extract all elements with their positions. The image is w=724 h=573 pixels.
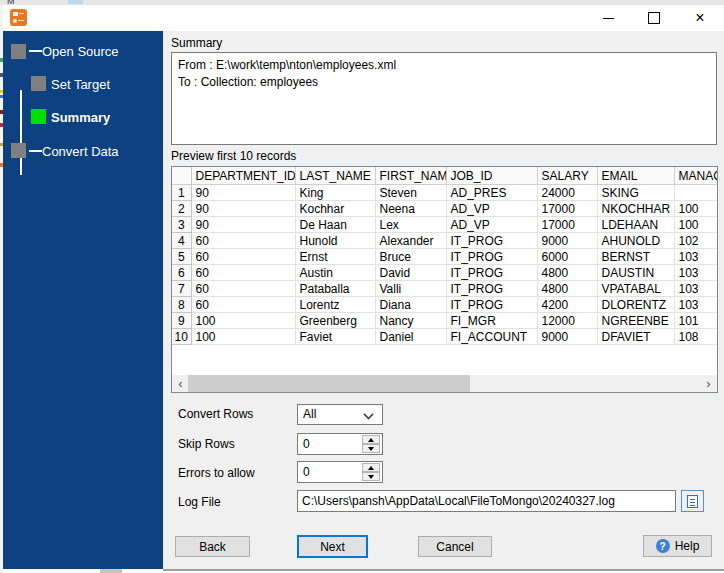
arrow-up-icon: [368, 466, 374, 470]
table-cell: 12000: [537, 313, 597, 329]
table-row[interactable]: 390De HaanLexAD_VP17000LDEHAAN100: [172, 217, 717, 233]
errors-to-allow-stepper[interactable]: 0: [297, 461, 383, 483]
row-number-cell: 4: [172, 233, 191, 249]
sidebar-item-summary[interactable]: Summary: [51, 110, 110, 125]
table-row[interactable]: 860LorentzDianaIT_PROG4200DLORENTZ103: [172, 297, 717, 313]
spin-down-button[interactable]: [362, 472, 380, 481]
preview-table-container: DEPARTMENT_ID LAST_NAME FIRST_NAME JOB_I…: [171, 166, 718, 393]
table-row[interactable]: 190KingStevenAD_PRES24000SKING: [172, 185, 717, 201]
table-row[interactable]: 660AustinDavidIT_PROG4800DAUSTIN103: [172, 265, 717, 281]
summary-from-line: From : E:\work\temp\nton\employees.xml: [178, 57, 710, 74]
sidebar-item-convert-data[interactable]: Convert Data: [42, 144, 119, 159]
table-cell: Nancy: [375, 313, 446, 329]
table-cell: 100: [191, 313, 295, 329]
step-indicator-convert-data: [11, 143, 26, 158]
table-cell: 4800: [537, 265, 597, 281]
scrollbar-thumb[interactable]: [188, 375, 470, 392]
window-bottom-shadow: [163, 569, 724, 571]
table-cell: IT_PROG: [446, 233, 537, 249]
column-header-job-id[interactable]: JOB_ID: [446, 167, 537, 185]
table-cell: FI_MGR: [446, 313, 537, 329]
column-header-department-id[interactable]: DEPARTMENT_ID: [191, 167, 295, 185]
next-button[interactable]: Next: [297, 535, 368, 558]
table-cell: IT_PROG: [446, 281, 537, 297]
chevron-down-icon: [363, 409, 373, 419]
table-cell: Bruce: [375, 249, 446, 265]
row-number-cell: 5: [172, 249, 191, 265]
table-cell: DAUSTIN: [597, 265, 674, 281]
spin-up-button[interactable]: [362, 435, 380, 444]
table-cell: FI_ACCOUNT: [446, 329, 537, 345]
table-cell: 103: [674, 297, 717, 313]
step-connector: [29, 150, 42, 152]
table-row[interactable]: 9100GreenbergNancyFI_MGR12000NGREENBE101: [172, 313, 717, 329]
table-row[interactable]: 10100FavietDanielFI_ACCOUNT9000DFAVIET10…: [172, 329, 717, 345]
errors-to-allow-label: Errors to allow: [178, 466, 255, 480]
sidebar-item-set-target[interactable]: Set Target: [51, 77, 110, 92]
horizontal-scrollbar[interactable]: ‹ ›: [172, 375, 717, 392]
scroll-left-icon[interactable]: ‹: [172, 375, 189, 392]
column-header-last-name[interactable]: LAST_NAME: [295, 167, 375, 185]
table-cell: AD_VP: [446, 201, 537, 217]
row-number-cell: 3: [172, 217, 191, 233]
table-cell: 90: [191, 217, 295, 233]
step-connector-vertical: [20, 90, 22, 175]
table-cell: AD_VP: [446, 217, 537, 233]
row-number-cell: 6: [172, 265, 191, 281]
table-row[interactable]: 290KochharNeenaAD_VP17000NKOCHHAR100: [172, 201, 717, 217]
spin-up-button[interactable]: [362, 463, 380, 472]
column-header-email[interactable]: EMAIL: [597, 167, 674, 185]
step-indicator-set-target: [31, 76, 46, 91]
background-tab-fragment: [68, 0, 83, 4]
table-cell: 17000: [537, 201, 597, 217]
table-cell: David: [375, 265, 446, 281]
skip-rows-stepper[interactable]: 0: [297, 433, 383, 455]
arrow-down-icon: [368, 475, 374, 479]
titlebar[interactable]: ×: [3, 5, 724, 31]
document-icon: [687, 495, 698, 508]
close-button[interactable]: ×: [682, 5, 718, 31]
arrow-down-icon: [368, 447, 374, 451]
table-cell: AHUNOLD: [597, 233, 674, 249]
table-cell: Steven: [375, 185, 446, 201]
help-button[interactable]: ? Help: [643, 535, 712, 557]
step-indicator-summary-active: [31, 109, 46, 124]
log-file-input[interactable]: [297, 490, 676, 512]
log-file-browse-button[interactable]: [681, 490, 704, 512]
convert-rows-label: Convert Rows: [178, 407, 253, 421]
table-row[interactable]: 460HunoldAlexanderIT_PROG9000AHUNOLD102: [172, 233, 717, 249]
column-header-manager[interactable]: MANAG: [674, 167, 717, 185]
skip-rows-value: 0: [303, 437, 310, 451]
table-cell: 90: [191, 201, 295, 217]
table-row[interactable]: 760PataballaValliIT_PROG4800VPATABAL103: [172, 281, 717, 297]
table-cell: IT_PROG: [446, 297, 537, 313]
summary-to-line: To : Collection: employees: [178, 74, 710, 91]
table-cell: 60: [191, 249, 295, 265]
spin-down-button[interactable]: [362, 444, 380, 453]
sidebar-item-open-source[interactable]: Open Source: [42, 44, 119, 59]
cancel-button[interactable]: Cancel: [418, 536, 492, 557]
preview-table-body: 190KingStevenAD_PRES24000SKING290Kochhar…: [172, 185, 717, 345]
scroll-right-icon[interactable]: ›: [700, 375, 717, 392]
table-cell: 4200: [537, 297, 597, 313]
column-header-salary[interactable]: SALARY: [537, 167, 597, 185]
maximize-icon: [648, 12, 660, 24]
convert-rows-dropdown[interactable]: All: [297, 404, 383, 425]
app-icon: [10, 9, 27, 26]
table-cell: 17000: [537, 217, 597, 233]
wizard-steps-sidebar: Open Source Set Target Summary Convert D…: [3, 31, 163, 569]
minimize-button[interactable]: [590, 5, 626, 31]
table-cell: De Haan: [295, 217, 375, 233]
table-cell: 6000: [537, 249, 597, 265]
table-header-row: DEPARTMENT_ID LAST_NAME FIRST_NAME JOB_I…: [172, 167, 717, 185]
table-cell: LDEHAAN: [597, 217, 674, 233]
summary-section-label: Summary: [171, 36, 222, 50]
column-header-rownum[interactable]: [172, 167, 191, 185]
maximize-button[interactable]: [636, 5, 672, 31]
back-button[interactable]: Back: [175, 536, 250, 557]
table-row[interactable]: 560ErnstBruceIT_PROG6000BERNST103: [172, 249, 717, 265]
column-header-first-name[interactable]: FIRST_NAME: [375, 167, 446, 185]
table-cell: AD_PRES: [446, 185, 537, 201]
convert-rows-value: All: [303, 407, 316, 421]
table-cell: Faviet: [295, 329, 375, 345]
